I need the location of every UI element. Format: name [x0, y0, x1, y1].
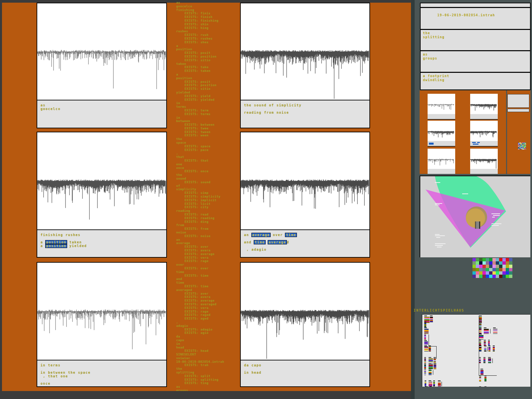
color-cell	[476, 268, 479, 271]
barcode-block[interactable]	[429, 364, 433, 369]
trace-word: an	[176, 238, 238, 242]
color-cell	[472, 258, 476, 261]
phrase-line: as	[423, 53, 528, 57]
barcode-block[interactable]	[429, 347, 431, 351]
highlighted-word[interactable]: average	[252, 233, 271, 237]
barcode-connector-line	[479, 375, 497, 376]
barcode-block[interactable]	[484, 341, 486, 346]
barcode-block[interactable]	[429, 382, 432, 386]
color-cell	[506, 271, 509, 275]
barcode-block[interactable]	[488, 347, 490, 351]
highlighted-word[interactable]: average	[268, 240, 287, 244]
barcode-block[interactable]	[479, 341, 481, 346]
barcode-label-mark	[424, 363, 426, 364]
panel-thumbnail-5[interactable]	[428, 149, 455, 174]
highlighted-word[interactable]: position	[46, 244, 67, 248]
barcode-block[interactable]	[434, 364, 436, 369]
trace-exists-line: EXISTS: implicit	[176, 199, 238, 202]
waveform-panel-3[interactable]: finishing rushes a position takena posit…	[37, 132, 167, 258]
trace-exists-line: EXISTS: pace	[176, 148, 238, 152]
waveform-plot	[470, 94, 497, 115]
color-cell	[476, 261, 479, 265]
trace-exists-line: EXISTS: simp	[176, 191, 238, 195]
thumbpanel-side-strip[interactable]	[507, 109, 529, 112]
waveform-panel-4[interactable]: an average over time and time averaged ,…	[240, 132, 370, 258]
barcode-block[interactable]	[479, 329, 481, 334]
sidebar-header: SINESELEKT voiwiac	[420, 3, 531, 8]
waveform-panel-2[interactable]: the sound of simplicity reading from noi…	[240, 3, 370, 128]
barcode-label-mark	[424, 328, 427, 328]
color-cell	[509, 258, 512, 261]
barcode-label-mark	[483, 357, 485, 358]
thumbpanel-side-box[interactable]	[507, 94, 529, 108]
barcode-block[interactable]	[430, 317, 433, 322]
barcode-block[interactable]	[429, 370, 432, 375]
waveform-panel-1[interactable]: asgoocelco	[37, 3, 167, 128]
barcode-block[interactable]	[479, 335, 483, 339]
caption-line: once	[41, 382, 166, 385]
highlighted-word[interactable]: time	[254, 240, 265, 244]
color-cell	[492, 261, 496, 265]
waveform-view	[241, 132, 369, 229]
caption-text	[265, 240, 268, 244]
trace-exists-line: EXISTS: ting	[176, 381, 238, 385]
barcode-label-mark	[493, 345, 495, 346]
barcode-block[interactable]	[424, 335, 426, 340]
trace-word: averaged	[176, 288, 238, 292]
barcode-block[interactable]	[483, 358, 485, 363]
barcode-block[interactable]	[425, 382, 426, 386]
sidebar-phrase-groups[interactable]: asgroups	[420, 51, 531, 72]
barcode-block[interactable]	[479, 347, 481, 351]
trace-word: a	[176, 44, 238, 48]
barcode-label-mark	[484, 328, 486, 328]
panel-thumbnail-4[interactable]	[470, 121, 498, 147]
barcode-block[interactable]	[424, 347, 428, 351]
sidebar-phrase-splitting[interactable]: thesplitting	[420, 29, 531, 51]
barcode-block[interactable]	[479, 358, 481, 363]
highlighted-word[interactable]: position	[46, 240, 67, 244]
barcode-label-mark	[479, 328, 481, 328]
barcode-connector-line	[436, 346, 437, 359]
waveform-panel-5[interactable]: in terms in between the space , that one…	[37, 262, 167, 387]
caption-text: finishing rushes	[41, 233, 80, 237]
barcode-block[interactable]	[479, 377, 481, 381]
trace-word: as	[176, 385, 238, 389]
trace-exists-line: EXISTS: noise	[176, 234, 238, 238]
barcode-block[interactable]	[424, 364, 426, 369]
phrase-line: a footprint	[423, 74, 528, 78]
barcode-block[interactable]	[488, 358, 491, 363]
highlighted-word[interactable]: time	[285, 233, 297, 237]
barcode-block[interactable]	[484, 347, 486, 351]
barcode-block[interactable]	[480, 370, 483, 375]
sidebar-file-box[interactable]: 19-06-2019-002854.intrah	[420, 7, 531, 30]
caption-line: a position taken	[41, 240, 166, 244]
panel-thumbnail-1[interactable]	[428, 94, 455, 120]
barcode-block[interactable]	[484, 329, 489, 334]
color-cell	[489, 265, 492, 268]
barcode-block[interactable]	[424, 329, 429, 334]
color-cell	[472, 261, 476, 265]
trace-word: finishing	[176, 8, 238, 12]
panel-thumbnail-3[interactable]	[428, 121, 455, 147]
barcode-block[interactable]	[484, 377, 486, 381]
sidebar-phrase-footprint[interactable]: a footprintdwindling	[420, 72, 531, 90]
color-cell	[496, 258, 499, 261]
trace-exists-line: EXISTS: posit	[176, 51, 238, 55]
barcode-block[interactable]	[433, 382, 435, 386]
color-cell	[489, 271, 492, 275]
panel-thumbnail-6[interactable]	[470, 149, 498, 174]
barcode-block[interactable]	[434, 358, 436, 363]
barcode-block[interactable]	[424, 370, 426, 375]
color-cell	[509, 261, 512, 265]
barcode-block[interactable]	[424, 358, 426, 363]
trace-exists-line: EXISTS: aged	[176, 317, 238, 321]
barcode-block[interactable]	[488, 341, 490, 346]
panel-thumbnail-2[interactable]	[470, 94, 498, 120]
barcode-block[interactable]	[493, 329, 497, 334]
barcode-block[interactable]	[493, 347, 495, 351]
barcode-block[interactable]	[438, 382, 441, 386]
caption-text: reading from noise	[244, 111, 289, 114]
barcode-label-mark	[484, 386, 486, 387]
barcode-block[interactable]	[429, 358, 433, 363]
waveform-panel-6[interactable]: da capo in head	[240, 262, 370, 387]
